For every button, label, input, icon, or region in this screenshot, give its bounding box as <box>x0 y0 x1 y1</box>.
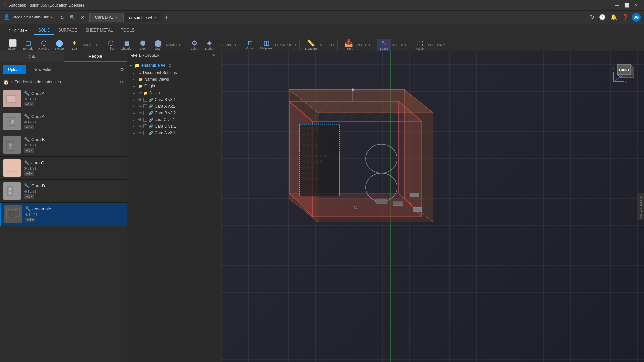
fillet-button[interactable]: ⬡ Fillet <box>104 39 118 51</box>
select-icon: ↖ <box>381 40 387 46</box>
svg-rect-1 <box>7 96 15 102</box>
file-version[interactable]: V4 <box>24 171 34 176</box>
tree-item-cara-b-31[interactable]: ▸ 👁 🔗 Cara B v3:1 <box>127 96 221 103</box>
tree-item-origin[interactable]: ▸ 📁 Origin <box>127 83 221 89</box>
inspect-label: INSPECT ▾ <box>319 43 335 47</box>
left-panel-settings-button[interactable]: ⚙ <box>120 67 124 72</box>
browser-expand-button[interactable]: | <box>217 53 218 58</box>
file-date: 3/31/21 <box>24 97 124 101</box>
svg-text:Y: Y <box>612 68 614 71</box>
breadcrumb-gear-button[interactable]: ⚙ <box>120 80 124 84</box>
file-version[interactable]: V3 <box>24 148 34 153</box>
viewport-gizmo[interactable]: FRONT X Y Z <box>610 58 637 84</box>
tree-item-cara-a-52[interactable]: ▸ 👁 🔗 Cara A v5:2 <box>127 103 221 110</box>
file-name: 🔧 Cara D <box>24 183 124 188</box>
draft-button[interactable]: ⬤ Draft <box>151 39 165 51</box>
close-panel-button[interactable]: ✕ <box>79 14 86 21</box>
extrude-button[interactable]: ◻ Extrude <box>21 39 36 51</box>
toolbar-tabs: SOLID SURFACE SHEET METAL TOOLS <box>34 26 139 35</box>
position-button[interactable]: ⬚ Position <box>413 39 427 51</box>
loft-button[interactable]: ✦ Loft <box>67 39 82 51</box>
viewport[interactable]: FRONT X Y Z QUICK SETUP <box>221 51 644 362</box>
file-version[interactable]: V4 <box>25 218 35 222</box>
avatar-button[interactable]: JG <box>632 13 641 22</box>
tab-people[interactable]: People <box>64 51 127 62</box>
toolbar-buttons: ⬜ Sketch ◻ Extrude ⬡ Revolve ⬤ Sweep ✦ L… <box>0 37 644 53</box>
offset-plane-button[interactable]: ⊟ Offset <box>243 39 258 51</box>
timer-button[interactable]: 🕐 <box>598 13 607 21</box>
tree-item-cara-c-41[interactable]: ▸ 👁 🔗 cara C v4:1 <box>127 116 221 123</box>
tree-item-cara-d-11[interactable]: ▸ 👁 🔗 Cara D v1:1 <box>127 123 221 130</box>
svg-point-53 <box>311 160 314 163</box>
refresh-cloud-button[interactable]: ↻ <box>589 13 596 21</box>
svg-point-42 <box>311 144 314 147</box>
refresh-button[interactable]: ↻ <box>59 14 65 21</box>
close-button[interactable]: ✕ <box>632 2 641 9</box>
alert-button[interactable]: 🔔 <box>609 13 619 21</box>
tree-item-cara-a-21[interactable]: ▸ 👁 🔗 Cara A v2:1 <box>127 130 221 136</box>
shell-button[interactable]: ⬢ Shell <box>135 39 150 51</box>
tab-solid[interactable]: SOLID <box>34 26 54 35</box>
svg-rect-4 <box>9 120 11 123</box>
file-name: 🔧 ensamble <box>25 206 124 212</box>
tree-item-doc-settings[interactable]: ▸ ⚙ Document Settings <box>127 69 221 76</box>
help-button[interactable]: ❓ <box>621 13 630 21</box>
tab-tools[interactable]: TOOLS <box>117 26 139 35</box>
motion-button[interactable]: ◈ Motion <box>202 39 217 51</box>
new-folder-button[interactable]: New Folder <box>29 65 58 74</box>
chamfer-button[interactable]: ◼ Chamfer <box>119 39 135 51</box>
design-mode-button[interactable]: DESIGN <box>3 27 31 35</box>
browser-collapse-button[interactable]: ◀◀ <box>131 53 137 58</box>
offset-plane-icon: ⊟ <box>248 40 253 46</box>
sketch-icon: ⬜ <box>9 40 17 46</box>
create-sketch-button[interactable]: ⬜ Sketch <box>5 39 20 51</box>
tree-item-joints[interactable]: ▸ 👁 📁 Joints <box>127 89 221 96</box>
midplane-button[interactable]: ◫ Midplane <box>258 39 275 51</box>
file-info: 🔧 Cara A 3/31/21 V5 <box>24 91 124 106</box>
loft-icon: ✦ <box>72 40 77 46</box>
file-version[interactable]: V5 <box>24 102 34 106</box>
maximize-button[interactable]: ⬜ <box>622 2 632 9</box>
tab-surface[interactable]: SURFACE <box>54 26 82 35</box>
tab-data[interactable]: Data <box>0 51 64 62</box>
user-info[interactable]: 👤 Jorge Garcia Santa Cruz ▾ <box>3 14 52 20</box>
file-type-icon: 🔧 <box>24 137 30 142</box>
measure-button[interactable]: 📏 Measure <box>303 39 319 51</box>
minimize-button[interactable]: — <box>612 2 622 9</box>
breadcrumb-separator: > <box>11 80 13 84</box>
file-item-ensamble[interactable]: 🔧 ensamble 4/14/21 V4 <box>0 203 127 226</box>
tab-sheet-metal[interactable]: SHEET METAL <box>82 26 117 35</box>
tree-visibility-box <box>143 104 147 108</box>
file-info: 🔧 Cara B 3/31/21 V3 <box>24 137 124 153</box>
file-item-cara-a-2[interactable]: 🔧 Cara A 4/14/21 V2 <box>0 110 127 133</box>
tab-ensamble[interactable]: ensamble v4 ✕ <box>123 13 162 22</box>
tab-close-cara-d[interactable]: ✕ <box>115 16 118 19</box>
select-button[interactable]: ↖ Select <box>377 39 391 51</box>
svg-text:X: X <box>625 80 627 83</box>
file-item-cara-b[interactable]: 🔧 Cara B 3/31/21 V3 <box>0 133 127 157</box>
add-tab-button[interactable]: + <box>162 14 171 21</box>
file-version[interactable]: V1 <box>24 194 34 199</box>
tree-item-cara-b-32[interactable]: ▸ 👁 🔗 Cara B v3:2 <box>127 110 221 116</box>
tree-root[interactable]: ▸ 📁 ensamble v4 ⊙ <box>127 61 221 69</box>
tab-close-ensamble[interactable]: ✕ <box>154 16 157 19</box>
tab-cara-d[interactable]: Cara D v1 ✕ <box>89 13 123 22</box>
quick-setup-panel[interactable]: QUICK SETUP <box>637 193 644 220</box>
insert-button[interactable]: 📥 Insert <box>341 39 356 51</box>
revolve-button[interactable]: ⬡ Revolve <box>36 39 51 51</box>
file-name: 🔧 cara C <box>24 160 124 165</box>
sweep-button[interactable]: ⬤ Sweep <box>52 39 67 51</box>
upload-button[interactable]: Upload <box>3 65 26 74</box>
browser-eye-button[interactable]: 👁 <box>211 53 215 58</box>
file-item-cara-a-1[interactable]: 🔧 Cara A 3/31/21 V5 <box>0 87 127 110</box>
tree-folder-icon: 📁 <box>143 91 148 95</box>
file-item-cara-d[interactable]: 🔧 Cara D 4/13/21 V1 <box>0 180 127 203</box>
search-button[interactable]: 🔍 <box>68 14 76 21</box>
svg-point-52 <box>307 160 310 163</box>
svg-point-41 <box>307 144 310 147</box>
file-item-cara-c[interactable]: 🔧 cara C 3/31/21 V4 <box>0 157 127 180</box>
breadcrumb-home-button[interactable]: 🏠 <box>3 79 9 85</box>
tree-item-named-views[interactable]: ▸ 📂 Named Views <box>127 76 221 83</box>
joint-button[interactable]: ⚙ Joint <box>187 39 202 51</box>
file-version[interactable]: V2 <box>24 125 34 129</box>
